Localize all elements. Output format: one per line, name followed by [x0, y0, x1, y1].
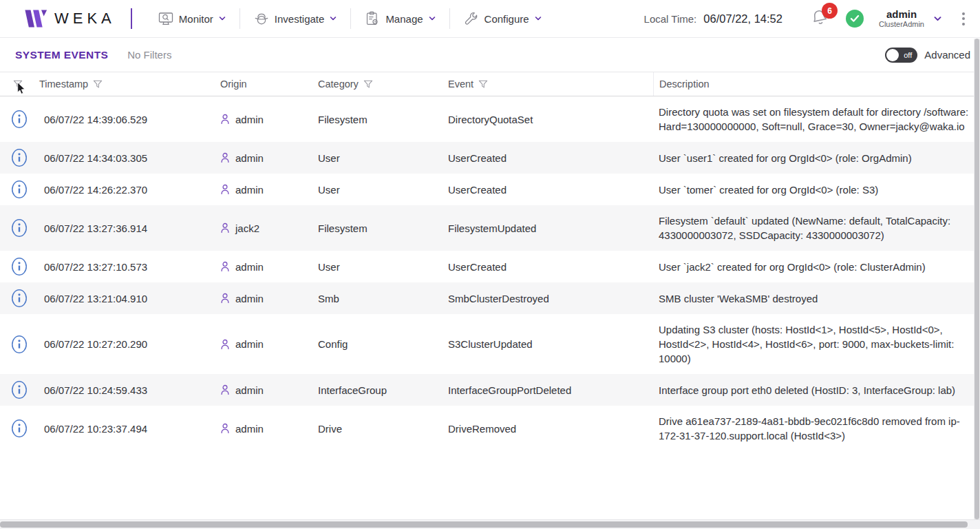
- column-header-description[interactable]: Description: [659, 77, 710, 92]
- table-row[interactable]: 06/07/22 10:27:20.290 admin Config S3Clu…: [0, 314, 980, 374]
- page-header: SYSTEM EVENTS No Filters off Advanced: [0, 38, 980, 72]
- event-name: DirectoryQuotaSet: [448, 114, 653, 125]
- events-table: Timestamp Origin Category Event Descript…: [0, 72, 980, 451]
- user-icon: [220, 222, 230, 234]
- event-timestamp: 06/07/22 13:27:36.914: [39, 222, 220, 234]
- chevron-down-icon: [330, 17, 337, 21]
- user-icon: [220, 184, 230, 195]
- table-row[interactable]: 06/07/22 13:27:10.573 admin User UserCre…: [0, 251, 980, 282]
- column-header-origin[interactable]: Origin: [220, 79, 247, 90]
- event-name: UserCreated: [448, 261, 653, 273]
- table-row[interactable]: 06/07/22 14:39:06.529 admin Filesystem D…: [0, 96, 980, 142]
- advanced-toggle[interactable]: off: [885, 48, 917, 63]
- event-category: Smb: [318, 293, 448, 304]
- weka-app: WEKA Monitor Investigate Manage: [0, 0, 980, 529]
- event-origin: admin: [235, 338, 264, 350]
- event-category: InterfaceGroup: [318, 384, 448, 396]
- toggle-state: off: [904, 51, 912, 59]
- info-icon[interactable]: [11, 148, 28, 167]
- event-name: SmbClusterDestroyed: [448, 293, 653, 304]
- notification-badge: 6: [822, 3, 838, 19]
- event-name: UserCreated: [448, 152, 653, 164]
- event-category: User: [318, 184, 448, 196]
- event-timestamp: 06/07/22 10:27:20.290: [39, 338, 220, 350]
- column-header-timestamp[interactable]: Timestamp: [39, 79, 88, 90]
- vertical-scrollbar[interactable]: [974, 39, 980, 519]
- event-timestamp: 06/07/22 10:23:37.494: [39, 423, 220, 435]
- nav-label: Investigate: [275, 13, 325, 25]
- event-description: User `tomer` created for org OrgId<0> (r…: [653, 174, 980, 205]
- user-icon: [220, 114, 230, 125]
- more-options-button[interactable]: [959, 10, 968, 28]
- nav-item-investigate[interactable]: Investigate: [240, 6, 351, 32]
- chevron-down-icon[interactable]: [934, 17, 941, 21]
- info-icon[interactable]: [11, 257, 28, 276]
- info-icon[interactable]: [11, 419, 28, 438]
- nav-label: Configure: [484, 13, 529, 25]
- table-row[interactable]: 06/07/22 14:34:03.305 admin User UserCre…: [0, 142, 980, 174]
- vertical-scrollbar-thumb[interactable]: [974, 39, 979, 519]
- nav-label: Monitor: [179, 13, 213, 25]
- event-description: Filesystem `default` updated (NewName: d…: [653, 205, 980, 251]
- filter-icon[interactable]: [478, 80, 488, 89]
- event-timestamp: 06/07/22 14:39:06.529: [39, 114, 220, 125]
- user-menu[interactable]: admin ClusterAdmin: [879, 8, 924, 29]
- horizontal-scrollbar[interactable]: [0, 519, 980, 529]
- event-category: User: [318, 261, 448, 273]
- event-name: S3ClusterUpdated: [448, 338, 653, 350]
- toggle-knob: [886, 49, 899, 61]
- column-header-event[interactable]: Event: [448, 79, 473, 90]
- dot: [962, 12, 965, 15]
- page-title: SYSTEM EVENTS: [15, 49, 108, 61]
- nav-item-configure[interactable]: Configure: [450, 6, 555, 32]
- chevron-down-icon: [219, 17, 226, 21]
- event-timestamp: 06/07/22 14:34:03.305: [39, 152, 220, 164]
- nav-item-monitor[interactable]: Monitor: [145, 6, 239, 32]
- event-timestamp: 06/07/22 14:26:22.370: [39, 184, 220, 196]
- table-row[interactable]: 06/07/22 14:26:22.370 admin User UserCre…: [0, 174, 980, 205]
- chevron-down-icon: [535, 17, 542, 21]
- weka-logo[interactable]: WEKA: [23, 8, 116, 29]
- nav-item-manage[interactable]: Manage: [351, 6, 449, 32]
- filters-status: No Filters: [127, 49, 171, 61]
- info-icon[interactable]: [11, 110, 28, 129]
- nav-label: Manage: [385, 13, 423, 25]
- table-row[interactable]: 06/07/22 10:23:37.494 admin Drive DriveR…: [0, 406, 980, 451]
- wrench-icon: [464, 11, 479, 26]
- filter-icon[interactable]: [363, 80, 373, 89]
- chevron-down-icon: [429, 17, 436, 21]
- event-description: User `jack2` created for org OrgId<0> (r…: [653, 251, 980, 282]
- user-icon: [220, 261, 230, 272]
- table-row[interactable]: 06/07/22 10:24:59.433 admin InterfaceGro…: [0, 374, 980, 406]
- table-row[interactable]: 06/07/22 13:27:36.914 jack2 Filesystem F…: [0, 205, 980, 251]
- info-icon[interactable]: [11, 180, 28, 199]
- cluster-health-button[interactable]: [846, 10, 864, 28]
- filter-icon[interactable]: [93, 80, 103, 89]
- event-origin: admin: [235, 423, 264, 435]
- advanced-controls: off Advanced: [885, 48, 970, 63]
- info-icon[interactable]: [11, 335, 28, 354]
- column-header-category[interactable]: Category: [318, 79, 359, 90]
- monitor-icon: [158, 11, 173, 26]
- event-timestamp: 06/07/22 13:21:04.910: [39, 293, 220, 304]
- topbar-right: Local Time: 06/07/22, 14:52 6 admin Clus…: [644, 8, 968, 29]
- event-description: Drive a61ea737-2189-4a81-bbdb-9ec021f6c8…: [653, 406, 980, 451]
- event-origin: admin: [235, 152, 264, 164]
- table-header: Timestamp Origin Category Event Descript…: [0, 72, 980, 96]
- info-icon[interactable]: [11, 218, 28, 238]
- detective-icon: [254, 11, 269, 26]
- dot: [962, 23, 965, 25]
- info-icon[interactable]: [11, 289, 28, 308]
- event-category: Filesystem: [318, 114, 448, 125]
- table-row[interactable]: 06/07/22 13:21:04.910 admin Smb SmbClust…: [0, 282, 980, 314]
- event-category: Drive: [318, 423, 448, 435]
- event-name: FilesystemUpdated: [448, 222, 653, 234]
- user-name: admin: [879, 8, 924, 20]
- info-icon[interactable]: [11, 380, 28, 400]
- horizontal-scrollbar-thumb[interactable]: [0, 521, 968, 528]
- event-origin: jack2: [235, 222, 259, 234]
- event-description: Directory quota was set on filesystem de…: [653, 96, 980, 142]
- event-origin: admin: [235, 261, 264, 273]
- notifications-button[interactable]: 6: [810, 8, 831, 29]
- weka-logo-icon: [23, 8, 47, 29]
